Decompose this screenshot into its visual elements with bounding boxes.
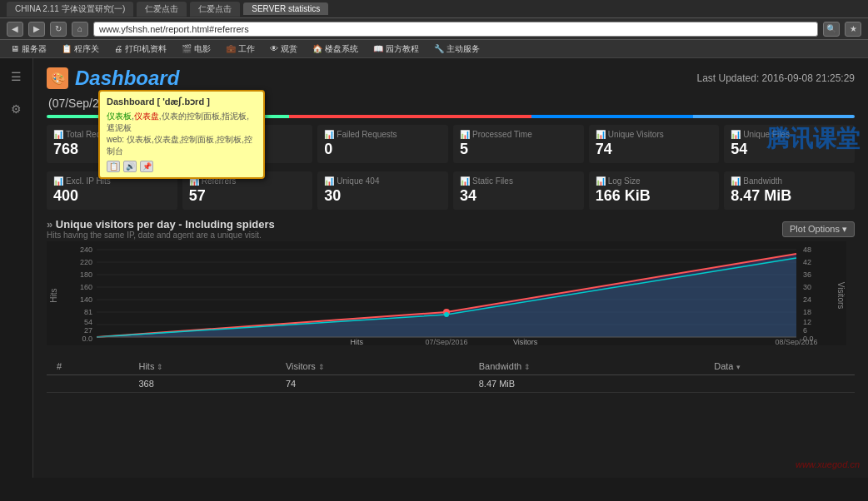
stat-chart-icon-5: 📊 <box>596 130 606 139</box>
stat-log-size: 📊 Log Size 166 KiB <box>589 171 720 210</box>
svg-text:Hits: Hits <box>351 338 364 345</box>
stat-chart-icon-9: 📊 <box>324 176 334 186</box>
tab-active[interactable]: SERVER statistics <box>243 2 328 15</box>
sort-bandwidth-icon: ⇕ <box>524 363 531 371</box>
url-bar[interactable]: www.yfshsh.net/report.html#referrers <box>93 22 818 37</box>
col-data[interactable]: Data ▾ <box>704 358 855 375</box>
bookmark-property[interactable]: 🏠 楼盘系统 <box>308 42 362 56</box>
tooltip-box: Dashboard [ 'dæʃ.bɔrd ] 仪表板,仪表盘,仪表的控制面板,… <box>98 90 265 179</box>
svg-text:Hits: Hits <box>49 288 58 302</box>
svg-text:81: 81 <box>84 308 92 316</box>
tooltip-btn-3[interactable]: 📌 <box>140 161 153 172</box>
svg-text:24: 24 <box>803 295 811 304</box>
svg-text:30: 30 <box>803 283 811 291</box>
svg-text:220: 220 <box>80 258 92 266</box>
stat-chart-icon-3: 📊 <box>324 130 334 139</box>
svg-text:160: 160 <box>80 283 92 291</box>
browser-star[interactable]: ★ <box>845 22 861 37</box>
svg-text:36: 36 <box>803 270 811 279</box>
bookmark-printer[interactable]: 🖨 打印机资料 <box>110 42 171 56</box>
tooltip-title: Dashboard [ 'dæʃ.bɔrd ] <box>107 97 257 107</box>
stat-value-bandwidth: 8.47 MiB <box>731 187 848 205</box>
search-go[interactable]: 🔍 <box>823 22 840 37</box>
stat-value-logsize: 166 KiB <box>596 187 713 205</box>
col-num: # <box>47 358 128 375</box>
cell-visitors: 74 <box>276 375 469 393</box>
dropdown-data-icon: ▾ <box>736 363 741 371</box>
bookmark-movies[interactable]: 🎬 电影 <box>177 42 215 56</box>
stat-value-processed: 5 <box>460 141 577 158</box>
stat-unique-404: 📊 Unique 404 30 <box>317 171 448 210</box>
stat-chart-icon-11: 📊 <box>596 176 606 186</box>
tab-1[interactable]: CHINA 2.11 字体设置研究(一) <box>7 2 133 17</box>
dashboard-palette-icon: 🎨 <box>47 67 68 89</box>
stat-chart-icon-12: 📊 <box>731 176 741 186</box>
nav-home[interactable]: ⌂ <box>72 22 88 37</box>
tooltip-icon-buttons: 📋 🔊 📌 <box>107 161 257 172</box>
tooltip-btn-1[interactable]: 📋 <box>107 161 120 172</box>
bookmark-view[interactable]: 👁 观赏 <box>266 42 302 56</box>
col-hits[interactable]: Hits ⇕ <box>128 358 275 375</box>
chart-title: Unique visitors per day - Including spid… <box>47 218 275 231</box>
stat-bandwidth: 📊 Bandwidth 8.47 MiB <box>724 171 855 210</box>
chart-header: Unique visitors per day - Including spid… <box>47 218 855 240</box>
svg-text:27: 27 <box>84 326 92 335</box>
data-table: # Hits ⇕ Visitors ⇕ Bandwidth ⇕ Data ▾ 3… <box>47 358 855 393</box>
svg-text:07/Sep/2016: 07/Sep/2016 <box>425 338 467 345</box>
stat-value-404: 30 <box>324 187 441 205</box>
dashboard-header: 🎨 Dashboard Last Updated: 2016-09-08 21:… <box>47 67 855 90</box>
svg-text:Visitors: Visitors <box>513 338 538 345</box>
bookmark-programs[interactable]: 📋 程序关 <box>57 42 103 56</box>
main-content: ☰ ⚙ 腾讯课堂 🎨 Dashboard Last Updated: 2016-… <box>0 58 868 478</box>
stat-unique-visitors: 📊 Unique Visitors 74 <box>589 125 720 163</box>
tooltip-btn-2[interactable]: 🔊 <box>123 161 137 172</box>
chart-subtitle: Hits having the same IP, date and agent … <box>47 231 275 240</box>
sidebar-menu-icon[interactable]: ☰ <box>7 67 27 87</box>
cell-num <box>47 375 128 393</box>
sidebar-settings-icon[interactable]: ⚙ <box>7 99 27 119</box>
tab-2[interactable]: 仁爱点击 <box>137 2 187 17</box>
xuegod-watermark: www.xuegod.cn <box>796 459 860 469</box>
tencent-logo: 腾讯课堂 <box>766 123 860 155</box>
col-bandwidth[interactable]: Bandwidth ⇕ <box>469 358 705 375</box>
bookmarks-bar: 🖥 服务器 📋 程序关 🖨 打印机资料 🎬 电影 💼 工作 👁 观赏 🏠 楼盘系… <box>0 40 868 58</box>
bookmark-work[interactable]: 💼 工作 <box>222 42 259 56</box>
browser-tabs-bar: CHINA 2.11 字体设置研究(一) 仁爱点击 仁爱点击 SERVER st… <box>0 0 868 18</box>
svg-text:140: 140 <box>80 295 92 304</box>
cell-data <box>704 375 855 393</box>
svg-text:54: 54 <box>84 318 92 326</box>
cell-bandwidth: 8.47 MiB <box>469 375 705 393</box>
svg-text:18: 18 <box>803 308 811 316</box>
sort-visitors-icon: ⇕ <box>318 363 325 371</box>
stat-value-failed: 0 <box>324 141 441 158</box>
stat-value-static: 34 <box>460 187 577 205</box>
chart-svg: 240 220 180 160 140 81 54 27 0.0 Hits 48… <box>47 241 846 345</box>
svg-text:48: 48 <box>803 246 811 254</box>
tooltip-content: 仪表板,仪表盘,仪表的控制面板,指泥板,遮泥板 web: 仪表板,仪表盘,控制面… <box>107 111 257 157</box>
stat-failed-requests: 📊 Failed Requests 0 <box>317 125 448 163</box>
stat-value-excl: 400 <box>53 187 171 205</box>
bookmark-tutorial[interactable]: 📖 园方教程 <box>369 42 423 56</box>
stat-processed-time: 📊 Processed Time 5 <box>453 125 584 163</box>
stat-chart-icon-10: 📊 <box>460 176 470 186</box>
col-visitors[interactable]: Visitors ⇕ <box>276 358 469 375</box>
bookmark-service[interactable]: 🔧 主动服务 <box>430 42 484 56</box>
dashboard-area: 腾讯课堂 🎨 Dashboard Last Updated: 2016-09-0… <box>33 58 868 478</box>
stat-value-visitors: 74 <box>596 141 713 158</box>
svg-text:0.0: 0.0 <box>82 335 92 343</box>
nav-back[interactable]: ◀ <box>7 22 23 37</box>
tab-3[interactable]: 仁爱点击 <box>190 2 240 17</box>
bookmark-servers[interactable]: 🖥 服务器 <box>7 42 51 56</box>
svg-text:08/Sep/2016: 08/Sep/2016 <box>775 338 817 345</box>
left-sidebar: ☰ ⚙ <box>0 58 33 478</box>
svg-text:6: 6 <box>803 326 807 335</box>
last-updated: Last Updated: 2016-09-08 21:25:29 <box>697 72 856 84</box>
svg-text:180: 180 <box>80 270 92 279</box>
svg-text:12: 12 <box>803 318 811 326</box>
stat-chart-icon-6: 📊 <box>731 130 741 139</box>
nav-forward[interactable]: ▶ <box>28 22 45 37</box>
stat-chart-icon-1: 📊 <box>53 130 63 139</box>
plot-options-button[interactable]: Plot Options ▾ <box>782 221 855 237</box>
table-header-row: # Hits ⇕ Visitors ⇕ Bandwidth ⇕ Data ▾ <box>47 358 855 375</box>
nav-refresh[interactable]: ↻ <box>50 22 67 37</box>
